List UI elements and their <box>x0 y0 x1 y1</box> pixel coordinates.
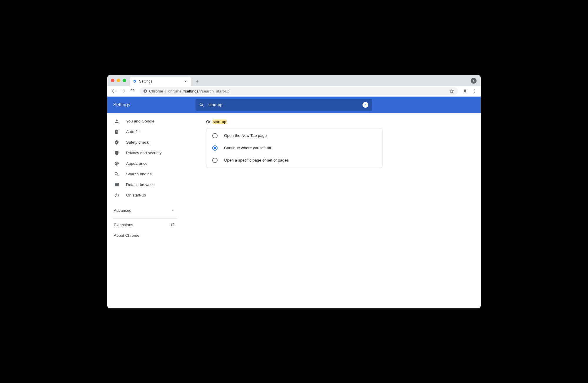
menu-button[interactable] <box>470 87 478 95</box>
sidebar-item-label: Search engine <box>126 172 152 176</box>
browser-icon <box>114 182 120 187</box>
advanced-label: Advanced <box>114 208 131 213</box>
sidebar-item-label: Default browser <box>126 182 154 187</box>
radio-icon <box>212 133 218 138</box>
tab-title: Settings <box>139 79 152 83</box>
reading-list-icon[interactable] <box>461 87 469 95</box>
reload-button[interactable] <box>128 87 137 95</box>
browser-tab[interactable]: Settings <box>130 77 191 86</box>
clear-search-button[interactable] <box>363 102 368 108</box>
shield-icon <box>114 150 120 156</box>
sidebar-about-link[interactable]: About Chrome <box>107 230 183 241</box>
sidebar-extensions-link[interactable]: Extensions <box>107 220 183 230</box>
palette-icon <box>114 161 120 166</box>
sidebar-item-you-and-google[interactable]: You and Google <box>107 116 183 127</box>
chrome-icon <box>143 89 147 93</box>
svg-point-3 <box>474 91 475 91</box>
sidebar-item-auto-fill[interactable]: Auto-fill <box>107 127 183 137</box>
shield-check-icon <box>114 140 120 145</box>
back-button[interactable] <box>110 87 118 95</box>
sidebar-item-on-start-up[interactable]: On start-up <box>107 190 183 201</box>
search-icon <box>199 102 204 107</box>
sidebar-item-label: On start-up <box>126 193 146 197</box>
settings-content: You and Google Auto-fill Safety check Pr… <box>107 113 481 308</box>
sidebar: You and Google Auto-fill Safety check Pr… <box>107 113 183 308</box>
extensions-label: Extensions <box>114 223 133 227</box>
sidebar-item-search-engine[interactable]: Search engine <box>107 169 183 179</box>
startup-option-specific-page[interactable]: Open a specific page or set of pages <box>206 154 382 167</box>
sidebar-item-label: Auto-fill <box>126 130 139 134</box>
radio-icon <box>212 158 218 163</box>
window-close-button[interactable] <box>111 79 114 82</box>
sidebar-item-safety-check[interactable]: Safety check <box>107 137 183 148</box>
search-icon <box>114 172 120 177</box>
person-icon <box>114 119 120 124</box>
window-minimize-button[interactable] <box>117 79 120 82</box>
power-icon <box>114 193 120 198</box>
address-bar[interactable]: Chrome | chrome://settings/?search=start… <box>140 87 458 95</box>
startup-option-continue[interactable]: Continue where you left off <box>206 142 382 154</box>
svg-point-1 <box>145 90 146 92</box>
bookmark-star-icon[interactable] <box>449 89 454 94</box>
new-tab-button[interactable] <box>193 77 201 85</box>
close-tab-button[interactable] <box>183 79 188 84</box>
section-heading: On start-up <box>206 120 481 124</box>
site-name: Chrome <box>149 89 163 93</box>
svg-point-2 <box>474 89 475 90</box>
sidebar-item-privacy-security[interactable]: Privacy and security <box>107 148 183 158</box>
sidebar-item-appearance[interactable]: Appearance <box>107 158 183 169</box>
sidebar-item-label: Appearance <box>126 161 148 166</box>
option-label: Open the New Tab page <box>224 133 267 138</box>
sidebar-item-label: Safety check <box>126 140 149 145</box>
about-label: About Chrome <box>114 233 139 238</box>
radio-icon <box>212 145 218 151</box>
browser-window: Settings Chrome | <box>107 75 481 308</box>
sidebar-item-default-browser[interactable]: Default browser <box>107 179 183 190</box>
browser-toolbar: Chrome | chrome://settings/?search=start… <box>107 86 481 97</box>
window-controls <box>111 79 126 82</box>
external-link-icon <box>171 223 175 227</box>
startup-option-new-tab[interactable]: Open the New Tab page <box>206 130 382 142</box>
window-maximize-button[interactable] <box>123 79 126 82</box>
page-title: Settings <box>107 102 196 107</box>
url-text: chrome://settings/?search=start-up <box>168 89 230 93</box>
profile-icon[interactable] <box>471 78 477 84</box>
chevron-down-icon <box>171 209 174 212</box>
search-input[interactable] <box>208 103 358 107</box>
startup-options-card: Open the New Tab page Continue where you… <box>206 128 382 168</box>
forward-button[interactable] <box>119 87 127 95</box>
site-chip: Chrome | <box>143 89 166 93</box>
sidebar-item-label: Privacy and security <box>126 151 162 155</box>
clipboard-icon <box>114 129 120 135</box>
gear-icon <box>133 79 137 83</box>
sidebar-item-label: You and Google <box>126 119 154 123</box>
option-label: Open a specific page or set of pages <box>224 158 289 162</box>
settings-main: On start-up Open the New Tab page Contin… <box>183 113 481 308</box>
settings-header: Settings <box>107 97 481 113</box>
search-highlight: start-up <box>213 120 227 124</box>
tab-strip: Settings <box>107 75 481 86</box>
option-label: Continue where you left off <box>224 146 271 150</box>
svg-point-4 <box>474 92 475 93</box>
sidebar-advanced-toggle[interactable]: Advanced <box>107 205 183 216</box>
settings-search[interactable] <box>196 99 372 111</box>
